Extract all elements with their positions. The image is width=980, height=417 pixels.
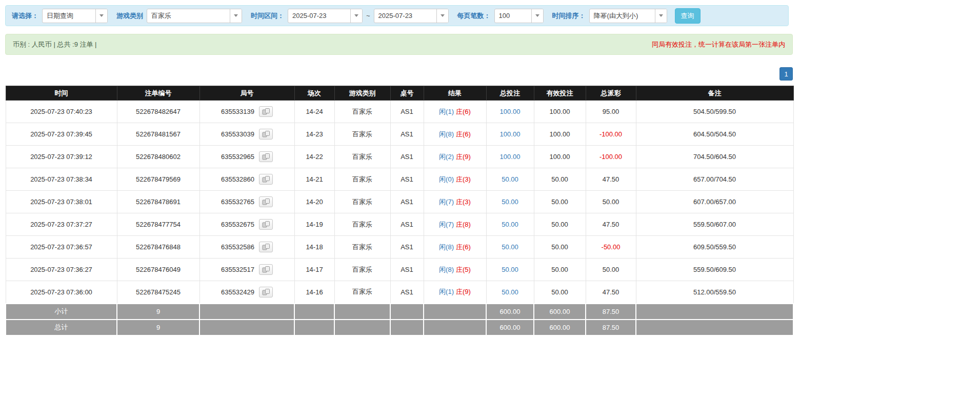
query-type-select[interactable]: 日期查询 [42, 9, 108, 23]
cell-remark: 704.50/604.50 [636, 146, 793, 168]
player-result: 闲(8) [439, 130, 454, 138]
cell-valid-bet: 50.00 [534, 191, 586, 213]
cell-remark: 609.50/559.50 [636, 236, 793, 259]
cell-remark: 657.00/704.50 [636, 168, 793, 191]
round-detail-button[interactable] [259, 242, 273, 252]
column-header: 总派彩 [586, 86, 636, 101]
footer-empty [199, 320, 294, 335]
query-type-value: 日期查询 [43, 11, 95, 21]
cell-payout: -50.00 [586, 236, 636, 259]
footer-empty [334, 320, 390, 335]
footer-empty [636, 304, 793, 320]
footer-payout: 87.50 [586, 304, 636, 320]
cell-total-bet: 50.00 [486, 281, 534, 304]
time-range-label: 时间区间： [251, 11, 284, 21]
cell-remark: 604.50/504.50 [636, 123, 793, 146]
cell-total-bet: 100.00 [486, 146, 534, 168]
cell-time: 2025-07-23 07:36:57 [6, 236, 117, 259]
cell-round: 635533039 [199, 123, 294, 146]
date-from-select[interactable]: 2025-07-23 [288, 9, 363, 23]
date-to-select[interactable]: 2025-07-23 [374, 9, 449, 23]
cell-result: 闲(7)庄(3) [424, 191, 486, 213]
player-result: 闲(8) [439, 266, 454, 273]
table-header: 时间注单编号局号场次游戏类别桌号结果总投注有效投注总派彩备注 [6, 86, 793, 101]
cell-remark: 559.50/607.00 [636, 213, 793, 236]
cell-game-type: 百家乐 [334, 168, 390, 191]
cards-icon [262, 266, 270, 273]
cell-payout: 50.00 [586, 259, 636, 281]
cell-game-type: 百家乐 [334, 101, 390, 123]
cell-time: 2025-07-23 07:38:34 [6, 168, 117, 191]
banker-result: 庄(3) [456, 175, 471, 183]
game-type-select[interactable]: 百家乐 [147, 9, 242, 23]
cell-result: 闲(8)庄(5) [424, 259, 486, 281]
cell-time: 2025-07-23 07:39:12 [6, 146, 117, 168]
cell-total-bet: 50.00 [486, 213, 534, 236]
table-row: 2025-07-23 07:39:12522678480602635532965… [6, 146, 793, 168]
cell-game-type: 百家乐 [334, 213, 390, 236]
cell-result: 闲(2)庄(9) [424, 146, 486, 168]
footer-valid-bet: 600.00 [534, 320, 586, 335]
game-type-label: 游戏类别 [116, 11, 143, 21]
round-detail-button[interactable] [259, 174, 273, 185]
footer-empty [199, 304, 294, 320]
round-detail-button[interactable] [259, 196, 273, 207]
chevron-down-icon [230, 9, 242, 23]
cell-total-bet: 50.00 [486, 259, 534, 281]
footer-valid-bet: 600.00 [534, 304, 586, 320]
cell-payout: 95.00 [586, 101, 636, 123]
cell-payout: 47.50 [586, 168, 636, 191]
cell-payout: -100.00 [586, 146, 636, 168]
cell-bet-id: 522678476848 [117, 236, 199, 259]
round-detail-button[interactable] [259, 129, 273, 140]
cell-round: 635532965 [199, 146, 294, 168]
total-bet-link[interactable]: 50.00 [502, 198, 518, 206]
total-bet-link[interactable]: 50.00 [502, 243, 518, 251]
sort-order-select[interactable]: 降幂(由大到小) [589, 9, 667, 23]
page-size-select[interactable]: 100 [494, 9, 544, 23]
table-row: 2025-07-23 07:39:45522678481567635533039… [6, 123, 793, 146]
search-button[interactable]: 查询 [675, 8, 701, 24]
cell-round: 635532675 [199, 213, 294, 236]
round-detail-button[interactable] [259, 264, 273, 275]
cell-payout: 50.00 [586, 191, 636, 213]
page-1-button[interactable]: 1 [779, 67, 793, 81]
cell-table-no: AS1 [390, 236, 424, 259]
cell-table-no: AS1 [390, 101, 424, 123]
total-bet-link[interactable]: 100.00 [500, 153, 521, 161]
game-type-value: 百家乐 [147, 11, 230, 21]
cell-remark: 607.00/657.00 [636, 191, 793, 213]
table-row: 2025-07-23 07:40:23522678482647635533139… [6, 101, 793, 123]
cell-valid-bet: 50.00 [534, 213, 586, 236]
round-detail-button[interactable] [259, 287, 273, 297]
cell-round: 635532765 [199, 191, 294, 213]
column-header: 备注 [636, 86, 793, 101]
column-header: 游戏类别 [334, 86, 390, 101]
chevron-down-icon [531, 9, 543, 23]
chevron-down-icon [350, 9, 362, 23]
total-bet-link[interactable]: 50.00 [502, 175, 518, 183]
total-bet-link[interactable]: 50.00 [502, 221, 518, 228]
total-bet-link[interactable]: 100.00 [500, 108, 521, 115]
total-bet-link[interactable]: 100.00 [500, 130, 521, 138]
cell-table-no: AS1 [390, 123, 424, 146]
column-header: 场次 [294, 86, 334, 101]
banker-result: 庄(9) [456, 153, 471, 161]
table-row: 2025-07-23 07:38:34522678479569635532860… [6, 168, 793, 191]
total-bet-link[interactable]: 50.00 [502, 288, 518, 296]
cell-total-bet: 50.00 [486, 191, 534, 213]
column-header: 总投注 [486, 86, 534, 101]
cell-valid-bet: 50.00 [534, 168, 586, 191]
round-detail-button[interactable] [259, 219, 273, 230]
summary-bar: 币别 : 人民币 | 总共 :9 注单 | 同局有效投注，统一计算在该局第一张注… [5, 34, 793, 55]
footer-count: 9 [117, 320, 199, 335]
cell-valid-bet: 100.00 [534, 101, 586, 123]
round-detail-button[interactable] [259, 106, 273, 117]
banker-result: 庄(8) [456, 221, 471, 228]
round-detail-button[interactable] [259, 151, 273, 162]
player-result: 闲(2) [439, 153, 454, 161]
player-result: 闲(8) [439, 243, 454, 251]
total-bet-link[interactable]: 50.00 [502, 266, 518, 273]
footer-count: 9 [117, 304, 199, 320]
filter-bar: 请选择： 日期查询 游戏类别 百家乐 时间区间： 2025-07-23 ~ 20… [5, 5, 789, 26]
